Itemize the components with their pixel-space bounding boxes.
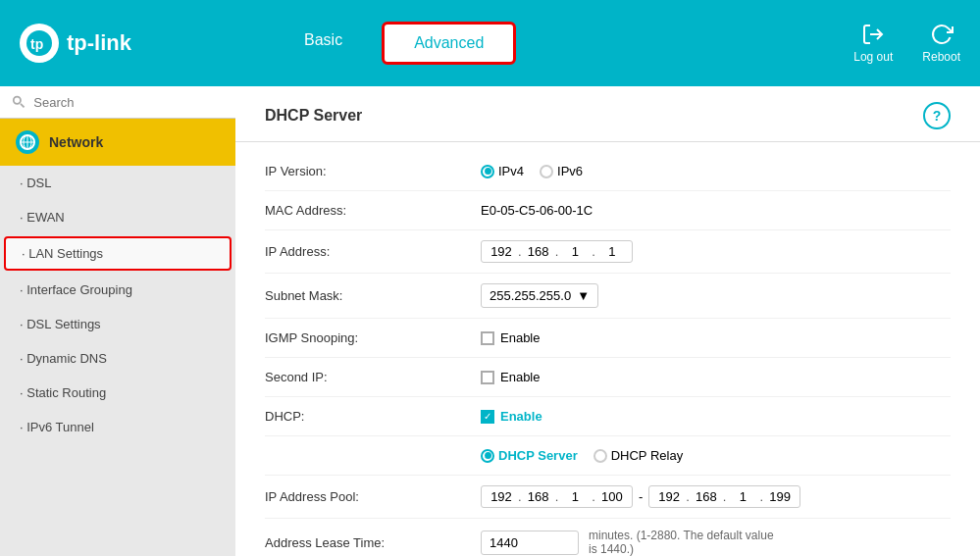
nav-tabs: Basic Advanced — [275, 22, 516, 65]
dhcp-relay-label: DHCP Relay — [611, 448, 683, 463]
ip-pool-row: IP Address Pool: . . . - . — [265, 476, 951, 519]
dhcp-server-radio[interactable]: DHCP Server — [481, 448, 578, 463]
svg-point-3 — [14, 97, 21, 104]
second-ip-value: Enable — [481, 370, 540, 384]
logo-area: tp tp-link — [20, 24, 255, 63]
ip-version-row: IP Version: IPv4 IPv6 — [265, 152, 951, 191]
svg-line-4 — [21, 104, 25, 108]
logout-button[interactable]: Log out — [853, 23, 893, 64]
network-label: Network — [49, 134, 103, 150]
sidebar-item-interface-grouping[interactable]: · Interface Grouping — [0, 273, 235, 307]
dhcp-enable-label: Enable — [500, 409, 542, 424]
igmp-checkbox[interactable]: Enable — [481, 330, 540, 345]
sidebar-item-ewan[interactable]: · EWAN — [0, 200, 235, 234]
ip-pool-end-box: . . . — [648, 485, 800, 508]
top-nav: tp tp-link Basic Advanced Log out Reboot — [0, 0, 980, 86]
ip-b-input[interactable] — [525, 244, 552, 259]
reboot-button[interactable]: Reboot — [922, 23, 960, 64]
igmp-checkbox-box — [481, 331, 494, 345]
dhcp-checkbox[interactable]: Enable — [481, 409, 542, 424]
content-area: DHCP Server ? IP Version: IPv4 IPv6 — [235, 86, 980, 556]
ip-version-label: IP Version: — [265, 164, 481, 178]
sidebar-item-dynamic-dns[interactable]: · Dynamic DNS — [0, 341, 235, 376]
mac-address-row: MAC Address: E0-05-C5-06-00-1C — [265, 191, 951, 230]
sidebar-item-ipv6-tunnel[interactable]: · IPv6 Tunnel — [0, 410, 235, 444]
second-ip-checkbox[interactable]: Enable — [481, 370, 540, 384]
lease-time-input[interactable] — [481, 531, 579, 555]
search-box — [0, 86, 235, 119]
ip-address-label: IP Address: — [265, 244, 481, 259]
ip-pool-label: IP Address Pool: — [265, 489, 481, 504]
pool-start-c[interactable] — [561, 489, 589, 504]
network-icon — [16, 130, 39, 154]
ip-version-value: IPv4 IPv6 — [481, 164, 583, 178]
ip-pool-value: . . . - . . . — [481, 485, 800, 508]
pool-start-d[interactable] — [598, 489, 626, 504]
ip-a-input[interactable] — [488, 244, 515, 259]
ip-address-value: . . . — [481, 240, 633, 263]
chevron-down-icon: ▼ — [577, 288, 590, 303]
ipv4-radio[interactable]: IPv4 — [481, 164, 524, 178]
sidebar-item-network[interactable]: Network — [0, 119, 235, 166]
ip-c-input[interactable] — [561, 244, 589, 259]
svg-text:tp: tp — [30, 36, 43, 52]
tab-basic[interactable]: Basic — [275, 22, 372, 65]
second-ip-enable-label: Enable — [500, 370, 540, 384]
dhcp-server-radio-dot — [481, 449, 494, 463]
reboot-label: Reboot — [922, 50, 960, 64]
subnet-mask-select[interactable]: 255.255.255.0 ▼ — [481, 283, 598, 308]
dhcp-label: DHCP: — [265, 409, 481, 424]
form-area: IP Version: IPv4 IPv6 MAC Address: E0-05… — [235, 142, 980, 556]
ip-address-row: IP Address: . . . — [265, 230, 951, 274]
dhcp-relay-radio[interactable]: DHCP Relay — [593, 448, 683, 463]
ipv6-radio[interactable]: IPv6 — [540, 164, 583, 178]
dhcp-mode-value: DHCP Server DHCP Relay — [481, 448, 683, 463]
subnet-mask-selected: 255.255.255.0 — [490, 288, 571, 303]
logout-label: Log out — [853, 50, 893, 64]
pool-end-b[interactable] — [693, 489, 720, 504]
pool-separator: - — [639, 489, 643, 504]
sidebar-item-dsl[interactable]: · DSL — [0, 166, 235, 200]
sidebar-item-dsl-settings[interactable]: · DSL Settings — [0, 307, 235, 341]
lease-time-row: Address Lease Time: minutes. (1-2880. Th… — [265, 519, 951, 556]
pool-end-a[interactable] — [655, 489, 683, 504]
pool-start-b[interactable] — [525, 489, 552, 504]
content-header: DHCP Server ? — [235, 86, 980, 142]
ipv4-label: IPv4 — [498, 164, 524, 178]
logo-icon: tp — [20, 24, 59, 63]
logo-text: tp-link — [67, 30, 131, 56]
dhcp-server-label: DHCP Server — [498, 448, 578, 463]
tab-advanced[interactable]: Advanced — [382, 22, 516, 65]
subnet-mask-value: 255.255.255.0 ▼ — [481, 283, 598, 308]
second-ip-label: Second IP: — [265, 370, 481, 384]
ip-pool-start-box: . . . — [481, 485, 633, 508]
pool-end-d[interactable] — [766, 489, 794, 504]
ip-d-input[interactable] — [598, 244, 626, 259]
pool-end-c[interactable] — [729, 489, 756, 504]
help-button[interactable]: ? — [923, 102, 951, 129]
pool-start-a[interactable] — [488, 489, 515, 504]
second-ip-row: Second IP: Enable — [265, 358, 951, 397]
search-input[interactable] — [33, 95, 224, 110]
dhcp-row: DHCP: Enable — [265, 397, 951, 436]
igmp-value: Enable — [481, 330, 540, 345]
sidebar: Network · DSL · EWAN · LAN Settings · In… — [0, 86, 235, 556]
ipv6-radio-dot — [540, 165, 553, 178]
sidebar-item-lan-settings[interactable]: · LAN Settings — [4, 236, 232, 271]
second-ip-checkbox-box — [481, 371, 494, 384]
top-right: Log out Reboot — [853, 23, 960, 64]
dhcp-mode-row: DHCP Server DHCP Relay — [265, 436, 951, 476]
dhcp-value: Enable — [481, 409, 542, 424]
mac-address-label: MAC Address: — [265, 203, 481, 218]
subnet-mask-label: Subnet Mask: — [265, 288, 481, 303]
igmp-enable-label: Enable — [500, 330, 540, 345]
main-layout: Network · DSL · EWAN · LAN Settings · In… — [0, 86, 980, 556]
search-icon — [12, 94, 26, 110]
lease-time-label: Address Lease Time: — [265, 535, 481, 550]
sidebar-item-static-routing[interactable]: · Static Routing — [0, 376, 235, 410]
igmp-label: IGMP Snooping: — [265, 330, 481, 345]
dhcp-checkbox-box — [481, 410, 494, 424]
subnet-mask-row: Subnet Mask: 255.255.255.0 ▼ — [265, 274, 951, 319]
igmp-row: IGMP Snooping: Enable — [265, 319, 951, 358]
page-title: DHCP Server — [265, 107, 362, 125]
